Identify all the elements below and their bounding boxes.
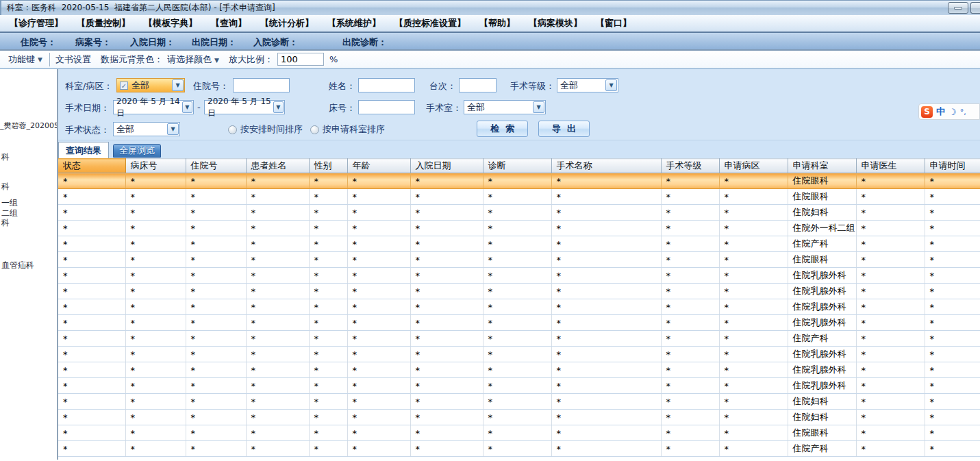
table-cell: *: [856, 347, 925, 362]
inpatient-no-input[interactable]: [233, 78, 290, 92]
menu-item[interactable]: 【帮助】: [479, 17, 515, 29]
menu-item[interactable]: 【模板字典】: [144, 17, 197, 29]
table-cell: *: [551, 205, 661, 221]
tab-fullscreen-browse[interactable]: 全屏浏览: [113, 144, 161, 158]
column-header[interactable]: 入院日期: [410, 159, 483, 173]
title-bar: 科室：医务科 2020-05-15 福建省第二人民医院(本部) - [手术申请查…: [0, 0, 980, 15]
moon-icon[interactable]: ☽: [948, 107, 957, 117]
menu-item[interactable]: 【质控标准设置】: [394, 17, 466, 29]
table-row[interactable]: ***********住院产科**: [58, 441, 980, 457]
table-row[interactable]: ***********住院乳腺外科**: [58, 378, 980, 394]
column-header[interactable]: 病床号: [125, 159, 186, 173]
table-row[interactable]: ***********住院乳腺外科**: [58, 315, 980, 331]
menu-item[interactable]: 【系统维护】: [327, 17, 381, 29]
chevron-down-icon[interactable]: ▼: [533, 101, 544, 113]
color-picker-dropdown[interactable]: 请选择颜色 ▼: [167, 53, 219, 66]
column-header[interactable]: 患者姓名: [246, 159, 309, 173]
table-row[interactable]: ***********住院妇科**: [58, 205, 980, 221]
sort-by-dept-radio[interactable]: 按申请科室排序: [310, 123, 385, 136]
column-header[interactable]: 手术等级: [661, 159, 719, 173]
sogou-logo-icon[interactable]: S: [921, 106, 933, 118]
table-row[interactable]: ***********住院乳腺外科**: [58, 347, 980, 362]
search-button[interactable]: 检 索: [477, 121, 528, 137]
table-row[interactable]: ***********住院产科**: [58, 331, 980, 347]
sort-by-time-radio[interactable]: 按安排时间排序: [228, 123, 303, 136]
table-row[interactable]: ***********住院眼科**: [58, 173, 980, 189]
status-combobox[interactable]: 全部 ▼: [113, 122, 180, 136]
column-header[interactable]: 状态: [58, 159, 125, 173]
column-header[interactable]: 申请科室: [788, 159, 856, 173]
grade-combobox[interactable]: 全部 ▼: [557, 78, 618, 92]
table-row[interactable]: ***********住院产科**: [58, 236, 980, 252]
sidebar-tree-item[interactable]: 血管疝科: [1, 260, 34, 271]
table-cell: *: [925, 284, 980, 299]
sidebar-tree-item[interactable]: 科: [1, 181, 10, 192]
menu-item[interactable]: 【窗口】: [596, 17, 631, 29]
table-row[interactable]: ***********住院眼科**: [58, 252, 980, 268]
column-header[interactable]: 手术名称: [551, 159, 661, 173]
sidebar-tree-item[interactable]: _樊碧蓉_202005: [0, 121, 58, 131]
dept-combobox[interactable]: ✓ 全部 ▼: [116, 78, 185, 92]
table-row[interactable]: ***********住院乳腺外科**: [58, 284, 980, 299]
column-header[interactable]: 住院号: [186, 159, 246, 173]
table-row[interactable]: ***********住院眼科**: [58, 189, 980, 205]
table-cell: *: [483, 441, 551, 457]
seq-input[interactable]: [459, 78, 497, 92]
tab-query-result[interactable]: 查询结果: [58, 142, 109, 158]
table-row[interactable]: ***********住院外一科二组**: [58, 221, 980, 236]
table-cell: *: [58, 268, 125, 284]
column-header[interactable]: 性别: [309, 159, 347, 173]
table-cell: *: [186, 378, 246, 394]
menu-item[interactable]: 【统计分析】: [260, 17, 314, 29]
column-header[interactable]: 诊断: [483, 159, 551, 173]
zoom-input[interactable]: [277, 53, 324, 66]
function-key-dropdown[interactable]: 功能键 ▼: [8, 53, 42, 66]
sidebar-tree-item[interactable]: 科: [1, 151, 10, 163]
chevron-down-icon[interactable]: ▼: [167, 123, 179, 135]
table-cell: *: [309, 362, 347, 378]
date-from-picker[interactable]: 2020 年 5 月 14 日 ▼: [113, 100, 194, 114]
column-header[interactable]: 申请病区: [719, 159, 788, 173]
table-row[interactable]: ***********住院妇科**: [58, 410, 980, 425]
menu-item[interactable]: 【质量控制】: [77, 17, 130, 29]
chevron-down-icon[interactable]: ▼: [172, 79, 184, 91]
chevron-down-icon[interactable]: ▼: [273, 101, 284, 113]
table-cell: 住院产科: [788, 331, 856, 347]
table-cell: *: [246, 205, 309, 221]
table-row[interactable]: ***********住院乳腺外科**: [58, 299, 980, 315]
menu-item[interactable]: 【诊疗管理】: [10, 17, 63, 29]
name-input[interactable]: [358, 78, 415, 92]
chevron-down-icon[interactable]: ▼: [182, 101, 192, 113]
minimize-button[interactable]: [948, 2, 968, 14]
date-to-picker[interactable]: 2020 年 5 月 15 日 ▼: [204, 100, 285, 114]
chinese-mode-icon[interactable]: 中: [936, 105, 945, 118]
table-cell: 住院妇科: [788, 410, 856, 425]
table-row[interactable]: ***********住院乳腺外科**: [58, 362, 980, 378]
table-row[interactable]: ***********住院乳腺外科**: [58, 268, 980, 284]
chevron-down-icon[interactable]: ▼: [605, 79, 617, 91]
table-cell: *: [661, 394, 719, 410]
export-button[interactable]: 导 出: [538, 121, 590, 137]
column-header[interactable]: 申请时间: [925, 159, 980, 173]
status-label: 手术状态：: [65, 124, 110, 136]
doc-setting-button[interactable]: 文书设置: [55, 53, 91, 66]
table-cell: *: [125, 299, 186, 315]
column-header[interactable]: 申请医生: [856, 159, 925, 173]
dept-checkbox[interactable]: ✓: [120, 82, 128, 90]
punctuation-icon[interactable]: °,: [960, 108, 966, 116]
table-row[interactable]: ***********住院妇科**: [58, 394, 980, 410]
table-cell: *: [186, 331, 246, 347]
sidebar-tree-item[interactable]: 科: [1, 217, 10, 229]
room-combobox[interactable]: 全部 ▼: [464, 100, 546, 114]
bed-input[interactable]: [358, 100, 415, 114]
maximize-button[interactable]: [970, 2, 980, 14]
table-cell: *: [661, 410, 719, 425]
table-cell: *: [309, 394, 347, 410]
table-cell: *: [551, 189, 661, 205]
table-row[interactable]: ***********住院眼科**: [58, 425, 980, 441]
menu-item[interactable]: 【病案模块】: [529, 17, 582, 29]
menu-item[interactable]: 【查询】: [211, 17, 247, 29]
table-cell: *: [719, 394, 788, 410]
table-cell: *: [483, 221, 551, 236]
column-header[interactable]: 年龄: [347, 159, 410, 173]
